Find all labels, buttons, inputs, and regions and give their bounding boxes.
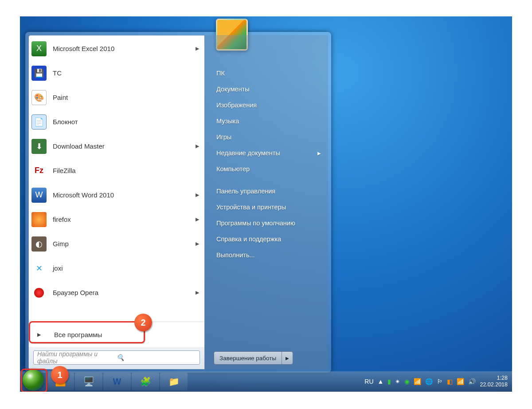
right-link-devices-printers[interactable]: Устройства и принтеры	[214, 199, 324, 215]
right-link-computer[interactable]: Компьютер	[214, 161, 324, 177]
shutdown-options-arrow[interactable]: ▶	[282, 352, 293, 364]
program-item-firefox[interactable]: firefox ▶	[30, 207, 203, 232]
right-link-documents[interactable]: Документы	[214, 81, 324, 97]
submenu-arrow-icon: ▶	[317, 151, 321, 156]
tray-wifi-icon[interactable]: 📶	[457, 378, 464, 385]
firefox-icon	[31, 212, 47, 227]
system-tray: RU ▲ ▮ ✴ ◉ 📶 🌐 🏳 ◧ 📶 🔊 1:28 22.02.2018	[364, 375, 512, 388]
program-item-joxi[interactable]: ✕ joxi	[30, 256, 203, 280]
program-label: Браузер Opera	[53, 289, 98, 296]
tray-expand-icon[interactable]: ▲	[378, 378, 384, 385]
program-label: Microsoft Excel 2010	[53, 45, 114, 52]
submenu-arrow-icon: ▶	[196, 46, 199, 51]
right-link-control-panel[interactable]: Панель управления	[214, 183, 324, 199]
clock-time: 1:28	[480, 375, 508, 381]
program-label: joxi	[53, 264, 63, 272]
submenu-arrow-icon: ▶	[196, 143, 199, 149]
right-link-default-programs[interactable]: Программы по умолчанию	[214, 215, 324, 231]
annotation-box-2	[29, 321, 145, 343]
right-link-help-support[interactable]: Справка и поддержка	[214, 231, 324, 247]
annotation-badge-2: 2	[134, 314, 152, 331]
submenu-arrow-icon: ▶	[196, 290, 199, 295]
annotation-box-1	[21, 369, 47, 392]
program-label: FileZilla	[53, 167, 76, 174]
search-input[interactable]: Найти программы и файлы 🔍	[33, 350, 200, 365]
program-item-download-master[interactable]: ⬇ Download Master ▶	[30, 134, 203, 158]
tray-icon[interactable]: ▮	[387, 378, 391, 385]
taskbar-clock[interactable]: 1:28 22.02.2018	[480, 375, 508, 388]
search-icon: 🔍	[117, 354, 196, 361]
filezilla-icon: Fz	[31, 163, 47, 178]
start-menu-right-pane: ПК Документы Изображения Музыка Игры Нед…	[205, 35, 328, 370]
submenu-arrow-icon: ▶	[196, 216, 199, 222]
paint-icon: 🎨	[31, 90, 47, 105]
submenu-arrow-icon: ▶	[196, 192, 199, 198]
tray-icon[interactable]: ✴	[395, 378, 400, 385]
tray-volume-icon[interactable]: 🔊	[468, 378, 476, 385]
shutdown-label: Завершение работы	[214, 352, 282, 364]
taskbar-item-word[interactable]: W	[103, 373, 131, 390]
download-master-icon: ⬇	[31, 139, 47, 154]
excel-icon: X	[31, 41, 47, 56]
program-item-excel[interactable]: X Microsoft Excel 2010 ▶	[30, 36, 203, 61]
program-label: Блокнот	[53, 118, 78, 126]
gimp-icon: ◐	[31, 236, 47, 252]
right-link-images[interactable]: Изображения	[214, 97, 324, 113]
recent-programs-list: X Microsoft Excel 2010 ▶ 💾 TC 🎨 Paint 📄	[29, 35, 204, 322]
tc-icon: 💾	[31, 66, 47, 81]
program-item-gimp[interactable]: ◐ Gimp ▶	[30, 232, 203, 256]
program-item-notepad[interactable]: 📄 Блокнот	[30, 110, 203, 134]
program-item-filezilla[interactable]: Fz FileZilla	[30, 158, 203, 183]
right-link-music[interactable]: Музыка	[214, 113, 324, 129]
tray-icon[interactable]: ◉	[404, 378, 410, 385]
program-label: TC	[53, 69, 62, 77]
submenu-arrow-icon: ▶	[196, 241, 199, 247]
shutdown-button[interactable]: Завершение работы ▶	[214, 351, 293, 365]
taskbar-item-4[interactable]: 🧩	[132, 373, 159, 390]
program-label: Microsoft Word 2010	[53, 191, 114, 199]
program-label: Gimp	[53, 240, 69, 248]
program-item-word[interactable]: W Microsoft Word 2010 ▶	[30, 183, 203, 207]
right-link-run[interactable]: Выполнить...	[214, 247, 324, 263]
start-menu-left-pane: X Microsoft Excel 2010 ▶ 💾 TC 🎨 Paint 📄	[28, 35, 205, 370]
program-item-opera[interactable]: Браузер Opera ▶	[30, 280, 203, 305]
program-item-tc[interactable]: 💾 TC	[30, 61, 203, 85]
right-link-pc[interactable]: ПК	[214, 65, 324, 81]
opera-icon	[31, 285, 47, 300]
tray-icon[interactable]: 🌐	[425, 378, 433, 385]
right-link-games[interactable]: Игры	[214, 129, 324, 145]
notepad-icon: 📄	[31, 114, 47, 130]
annotation-badge-1: 1	[51, 366, 69, 384]
program-label: firefox	[53, 216, 71, 223]
taskbar-item-2[interactable]: 🖥️	[75, 373, 102, 390]
program-item-paint[interactable]: 🎨 Paint	[30, 85, 203, 110]
program-label: Paint	[53, 94, 68, 101]
search-placeholder: Найти программы и файлы	[37, 350, 117, 365]
clock-date: 22.02.2018	[480, 381, 508, 388]
word-icon: W	[31, 188, 47, 203]
taskbar: 🟧 🖥️ W 🧩 📁 RU ▲ ▮ ✴ ◉ 📶 🌐 🏳 ◧ 📶 🔊 1:28 2…	[20, 371, 512, 392]
taskbar-item-explorer[interactable]: 📁	[160, 373, 188, 390]
tray-action-center-icon[interactable]: 🏳	[437, 378, 443, 385]
tray-language[interactable]: RU	[364, 378, 373, 385]
tray-network-icon[interactable]: 📶	[414, 378, 421, 385]
desktop: X Microsoft Excel 2010 ▶ 💾 TC 🎨 Paint 📄	[20, 16, 512, 392]
joxi-icon: ✕	[31, 261, 47, 276]
program-label: Download Master	[53, 142, 105, 150]
tray-icon[interactable]: ◧	[447, 378, 453, 385]
right-link-recent-documents[interactable]: Недавние документы ▶	[214, 145, 324, 161]
